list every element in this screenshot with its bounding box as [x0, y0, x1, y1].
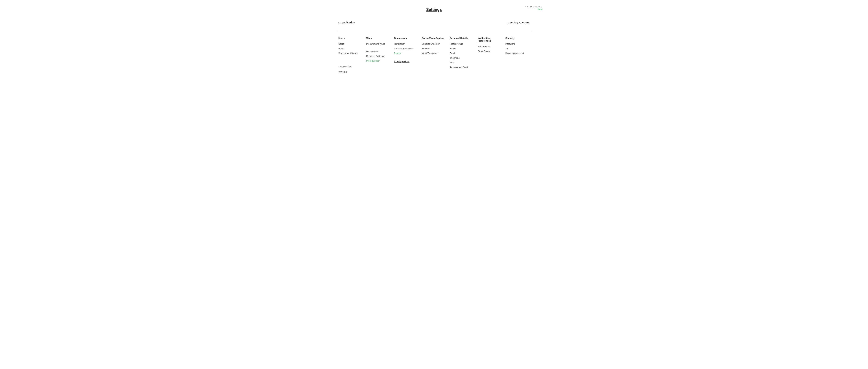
- documents-column-header: Documents: [394, 37, 418, 39]
- work-item-procurement-types[interactable]: Procurement Types: [366, 43, 390, 45]
- organisation-section-header: Organisation: [338, 21, 355, 24]
- work-item-required-evidence[interactable]: Required Evidence*: [366, 55, 390, 58]
- column-forms-data-capture: Forms/Data Capture Supplier Checklist* S…: [420, 37, 448, 75]
- section-headers-row: Organisation User/My Account: [337, 21, 531, 24]
- notification-item-other-events[interactable]: Other Events: [477, 50, 502, 53]
- new-badge: New: [525, 8, 542, 10]
- forms-item-surveys[interactable]: Surveys*: [422, 47, 446, 50]
- security-item-2fa[interactable]: 2FA: [505, 47, 530, 50]
- configuration-sub-header: Configuration: [394, 60, 418, 63]
- work-item-deliverables[interactable]: Deliverables*: [366, 50, 390, 53]
- security-column-header: Security: [505, 37, 530, 39]
- work-column-header: Work: [366, 37, 390, 39]
- personal-item-role[interactable]: Role: [450, 61, 474, 64]
- hint-text: * Is this a setting?: [525, 5, 542, 8]
- column-documents: Documents Templates* Contract Templates*…: [392, 37, 420, 75]
- users-bottom-items: Legal Entities Billing(?): [338, 65, 363, 73]
- hint-area: * Is this a setting? New: [525, 5, 542, 10]
- work-item-prerequisites[interactable]: Prerequisites*: [366, 60, 390, 62]
- notification-column-header: Notification Preferences: [477, 37, 502, 42]
- personal-item-name[interactable]: Name: [450, 47, 474, 50]
- forms-item-supplier-checklist[interactable]: Supplier Checklist*: [422, 43, 446, 45]
- users-item-billing[interactable]: Billing(?): [338, 70, 363, 73]
- security-item-password[interactable]: Password: [505, 43, 530, 45]
- users-item-procurement-bands[interactable]: Procurement Bands: [338, 52, 363, 55]
- personal-item-profile-picture[interactable]: Profile Picture: [450, 43, 474, 45]
- column-users: Users Users Roles Procurement Bands Lega…: [337, 37, 364, 75]
- personal-item-procurement-band[interactable]: Procurement Band: [450, 66, 474, 69]
- column-work: Work Procurement Types Deliverables* Req…: [364, 37, 392, 75]
- documents-item-contract-templates[interactable]: Contract Templates*: [394, 47, 418, 50]
- users-item-legal-entities[interactable]: Legal Entities: [338, 65, 363, 68]
- column-notification-preferences: Notification Preferences Work Events Oth…: [476, 37, 503, 75]
- column-security: Security Password 2FA Deactivate Account: [504, 37, 531, 75]
- documents-item-templates[interactable]: Templates*: [394, 43, 418, 45]
- main-columns: Users Users Roles Procurement Bands Lega…: [337, 37, 531, 75]
- personal-details-column-header: Personal Details: [450, 37, 474, 39]
- users-item-roles[interactable]: Roles: [338, 47, 363, 50]
- notification-item-work-events[interactable]: Work Events: [477, 45, 502, 48]
- personal-item-telephone[interactable]: Telephone: [450, 57, 474, 59]
- forms-column-header: Forms/Data Capture: [422, 37, 446, 39]
- page-title: Settings: [337, 7, 531, 12]
- security-item-deactivate-account[interactable]: Deactivate Account: [505, 52, 530, 55]
- column-personal-details: Personal Details Profile Picture Name Em…: [448, 37, 476, 75]
- users-column-header: Users: [338, 37, 363, 39]
- documents-item-events[interactable]: Events*: [394, 52, 418, 55]
- users-item-users[interactable]: Users: [338, 43, 363, 45]
- personal-item-email[interactable]: Email: [450, 52, 474, 55]
- user-account-section-header: User/My Account: [507, 21, 530, 24]
- forms-item-work-templates[interactable]: Work Templates*: [422, 52, 446, 55]
